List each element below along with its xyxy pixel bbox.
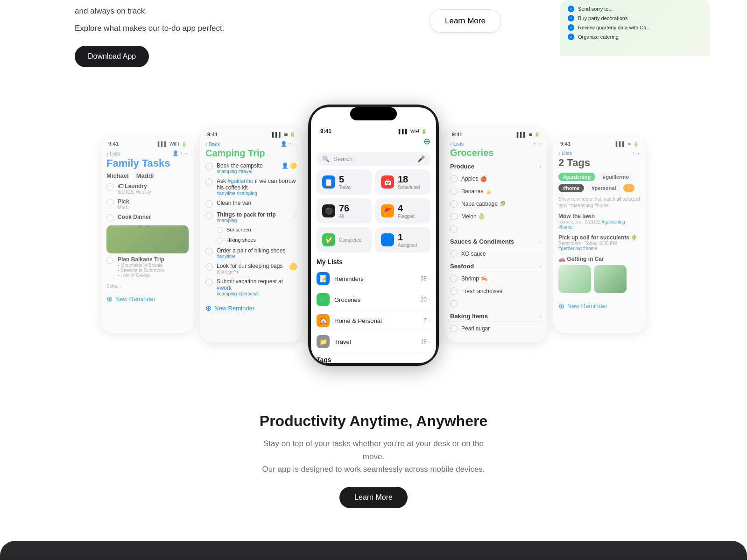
scheduled-count: 18 [398,174,420,185]
productivity-title: Productivity Anytime, Anywhere [9,413,738,430]
new-reminder-btn-tags2[interactable]: ⊕ New Reminder [558,298,641,314]
camping-trip-phone: 9:41 ▌▌▌≋🔋 ‹ Back 👤 ↑ ··· Camping Trip B… [200,128,303,343]
groceries-count: 20 [421,296,427,303]
reminder-succulents: Pick up soil for succulents 🌵 Reminders … [558,234,641,251]
task-row-cook: Cook Dinner [106,214,189,222]
learn-more-top-button[interactable]: Learn More [430,9,501,33]
produce-header: Produce› [450,160,542,172]
grocery-extra2 [450,297,542,310]
travel-name: Travel [334,338,421,345]
camping-task-1: Book the campsite #camping #travel 👤 🟡 [205,162,297,174]
list-item-home[interactable]: 🏠 Home & Personal 7 › [311,310,436,331]
task-checkbox: ✓ [568,34,574,40]
flagged-count: 4 [398,203,415,214]
all-label: All [339,214,349,219]
stat-card-assigned[interactable]: 👤 1 Assigned [375,227,430,252]
description-text: and always on track. [75,5,383,17]
completed-icon: ✅ [322,233,335,246]
assigned-label: Assigned [398,243,417,248]
task-checkbox: ✓ [568,24,574,31]
top-phone-mockup: ✓ Send sorry to... ✓ Buy party decoratio… [560,0,710,56]
tags-section: Tags › All Tags #anytime #camping #erran… [311,352,436,363]
tags2-title: 2 Tags [558,157,641,169]
new-reminder-btn-family[interactable]: ⊕ New Reminder [106,291,189,307]
grocery-sugar: Pearl sugar [450,322,542,335]
reminders-name: Reminders [334,275,421,282]
camping-task-6: Look for our sleeping bags (Garage?) 🟡 [205,263,297,274]
scheduled-icon: 📅 [381,175,394,189]
stat-card-all[interactable]: ⚫ 76 All [317,198,372,224]
all-count: 76 [339,203,349,214]
search-placeholder: Search [333,155,352,162]
tags2-phone: 9:41 ▌▌▌≋🔋 ‹ Lists ↑ ··· 2 Tags #gardeni… [553,137,646,333]
tag-chip-gardening[interactable]: #gardening [558,173,595,181]
stats-grid: 📋 5 Today 📅 18 Scheduled [317,169,430,252]
search-bar[interactable]: 🔍 Search 🎤 [317,152,430,166]
my-lists-title: My Lists [311,256,436,268]
list-item-travel[interactable]: 📁 Travel 18 › [311,331,436,352]
new-item-btn[interactable]: ⊕ New Item [450,335,542,337]
camping-task-4: Things to pack for trip #camping › [205,211,297,223]
plant-images [558,265,641,293]
task-checkbox: ✓ [568,15,574,21]
tag-chip-home[interactable]: #home [558,184,584,192]
status-bar: 9:41 ▌▌▌≋🔋 [200,128,303,139]
learn-more-bottom-button[interactable]: Learn More [339,487,408,508]
groceries-icon: 🛒 [317,293,330,306]
camping-task-5: Order a pair of hiking shoes #anytime [205,247,297,259]
download-app-button[interactable]: Download App [75,46,149,67]
grocery-shrimp: Shrimp 🦐 [450,272,542,285]
completed-label: Completed [339,238,361,243]
sauces-header: Sauces & Condiments› [450,235,542,247]
center-phone: 9:41 ▌▌▌WiFi🔋 ⊕ 🔍 Search 🎤 [308,105,439,366]
filter-note: Show reminders that match all selected t… [558,196,641,209]
tag-chip-guillermo[interactable]: #guillermo [598,173,634,181]
tag-filter-row: #gardening #guillermo #home #personal › [558,173,641,192]
home-name: Home & Personal [334,317,423,324]
grocery-extra [450,223,542,235]
assigned-icon: 👤 [381,233,394,246]
home-count: 7 [423,317,427,324]
travel-icon: 📁 [317,335,330,348]
plant-image-1 [558,265,591,293]
flagged-label: Flagged [398,214,415,219]
list-item-reminders[interactable]: 📝 Reminders 38 › [311,268,436,289]
stat-card-scheduled[interactable]: 📅 18 Scheduled [375,169,430,195]
status-bar: 9:41 ▌▌▌WiFi🔋 [101,137,194,148]
groceries-phone: 9:41 ▌▌▌≋🔋 ‹ Lists ↑ ··· Groceries Produ… [444,128,547,343]
camping-task-7: Submit vacation request at #work #campin… [205,278,297,296]
today-icon: 📋 [322,175,335,189]
stat-card-completed[interactable]: ✅ Completed [317,227,372,252]
family-tasks-title: Family Tasks [106,157,189,169]
chevron-icon: › [429,275,430,282]
stat-card-flagged[interactable]: 🚩 4 Flagged [375,198,430,224]
tags-title: Tags › [317,356,430,363]
stat-card-today[interactable]: 📋 5 Today [317,169,372,195]
center-status-bar: 9:41 ▌▌▌WiFi🔋 [311,122,436,136]
grocery-apples: Apples 🍎 [450,172,542,185]
chevron-icon: › [429,317,430,324]
tag-chip-personal[interactable]: #personal [587,184,620,192]
all-icon: ⚫ [322,204,335,217]
reminders-icon: 📝 [317,272,330,285]
new-reminder-btn-camping[interactable]: ⊕ New Reminder [205,300,297,316]
plant-image-2 [594,265,627,293]
seafood-header: Seafood› [450,260,542,272]
chevron-icon: › [429,338,430,345]
grocery-melon: Melon 🍈 [450,210,542,223]
microphone-icon: 🎤 [417,155,425,162]
today-count: 5 [339,174,352,185]
grocery-bananas: Bananas 🍌 [450,185,542,197]
family-tasks-phone: 9:41 ▌▌▌WiFi🔋 ‹ Lists 👤 ↑ ··· Family Tas… [101,137,194,333]
grocery-anchovies: Fresh anchovies [450,285,542,297]
top-section: and always on track. Explore what makes … [0,0,747,95]
grocery-cabbage: Napa cabbage 🥬 [450,197,542,210]
top-right-content: Learn More ✓ Send sorry to... ✓ Buy part… [402,0,710,56]
list-item-groceries[interactable]: 🛒 Groceries 20 › [311,289,436,310]
baking-header: Baking Items› [450,310,542,322]
center-phone-inner: 9:41 ▌▌▌WiFi🔋 ⊕ 🔍 Search 🎤 [311,107,436,363]
status-bar: 9:41 ▌▌▌≋🔋 [444,128,547,139]
phones-row: 9:41 ▌▌▌WiFi🔋 ‹ Lists 👤 ↑ ··· Family Tas… [0,105,747,366]
family-member: Michael Maddi [106,172,189,179]
status-bar: 9:41 ▌▌▌≋🔋 [553,137,646,148]
